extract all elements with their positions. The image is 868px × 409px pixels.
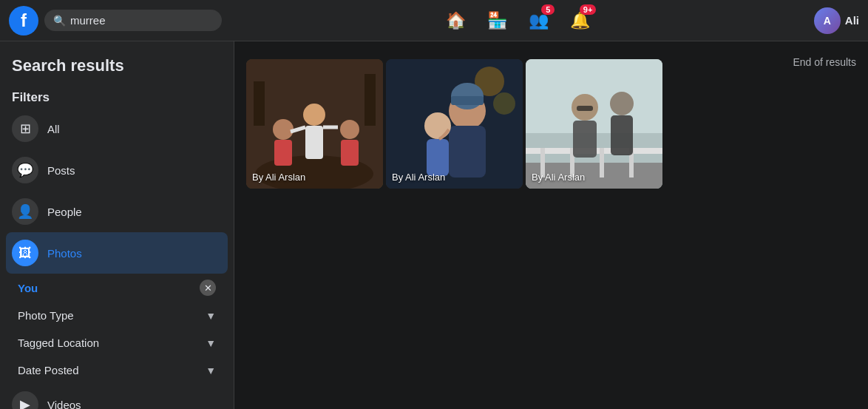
notifications-nav-button[interactable]: 🔔 9+ [562,3,597,38]
topnav: f 🔍 🏠 🏪 👥 5 🔔 9+ A Ali [0,0,868,41]
sidebar-item-photos[interactable]: 🖼 Photos [6,232,228,274]
people-icon: 👤 [12,198,38,225]
filters-label: Filters [6,84,228,108]
chevron-down-icon: ▼ [206,337,216,349]
photo-image [386,59,523,189]
you-filter-row[interactable]: You ✕ [6,274,228,302]
sidebar-item-label: People [47,206,222,218]
date-posted-label: Date Posted [18,364,79,376]
search-input[interactable] [70,14,213,27]
chevron-down-icon: ▼ [206,310,216,322]
end-results-label: End of results [793,56,856,68]
photo-card[interactable]: By Ali Arslan [526,59,662,189]
sidebar-item-videos[interactable]: ▶ Videos [6,384,228,409]
you-filter-close-button[interactable]: ✕ [200,280,216,296]
friends-badge: 5 [541,4,555,15]
photo-attribution: By Ali Arslan [532,172,585,183]
home-icon: 🏠 [446,11,466,30]
search-icon: 🔍 [53,15,66,27]
sidebar-item-people[interactable]: 👤 People [6,191,228,232]
posts-icon: 💬 [12,157,38,183]
sidebar-item-label: Photos [47,247,222,260]
sidebar-item-label: Videos [47,399,222,410]
main-content: End of results [234,41,868,409]
you-filter-label: You [18,282,38,294]
svg-point-4 [303,104,325,126]
home-nav-button[interactable]: 🏠 [438,3,473,38]
photo-card[interactable]: By Ali Arslan [246,59,383,189]
page-title: Search results [6,53,228,84]
sidebar-item-label: All [47,123,222,135]
svg-point-19 [424,112,451,139]
svg-rect-20 [427,139,449,176]
topnav-left: f 🔍 [9,6,222,36]
videos-icon: ▶ [12,391,38,409]
date-posted-filter[interactable]: Date Posted ▼ [6,356,228,384]
svg-rect-5 [305,126,323,159]
photo-card[interactable]: By Ali Arslan [386,59,523,189]
facebook-logo[interactable]: f [9,6,38,36]
notifications-badge: 9+ [580,4,597,15]
sidebar-item-label: Posts [47,164,222,177]
svg-rect-18 [449,126,486,178]
svg-point-31 [610,92,634,115]
svg-rect-32 [611,115,633,155]
photo-attribution: By Ali Arslan [392,172,445,183]
sidebar: Search results Filters ⊞ All 💬 Posts 👤 P… [0,41,234,409]
topnav-right: A Ali [814,7,859,34]
tagged-location-label: Tagged Location [18,337,99,349]
svg-rect-30 [573,121,597,158]
svg-rect-17 [451,96,484,105]
photos-grid: By Ali Arslan [246,59,856,189]
avatar: A [814,7,841,34]
photo-image [526,59,662,189]
marketplace-icon: 🏪 [487,11,507,30]
search-box[interactable]: 🔍 [44,10,222,31]
layout: Search results Filters ⊞ All 💬 Posts 👤 P… [0,41,868,409]
photos-icon: 🖼 [12,240,38,266]
user-name-label: Ali [845,14,859,27]
photo-attribution: By Ali Arslan [252,172,305,183]
svg-point-2 [273,119,294,140]
svg-rect-3 [274,140,292,166]
svg-rect-11 [365,74,376,126]
topnav-center: 🏠 🏪 👥 5 🔔 9+ [438,3,597,38]
photo-type-filter[interactable]: Photo Type ▼ [6,302,228,329]
svg-point-14 [493,92,515,115]
friends-nav-button[interactable]: 👥 5 [521,3,556,38]
svg-rect-33 [577,106,593,111]
photo-image [246,59,383,189]
sidebar-item-all[interactable]: ⊞ All [6,108,228,149]
tagged-location-filter[interactable]: Tagged Location ▼ [6,329,228,356]
sidebar-item-posts[interactable]: 💬 Posts [6,149,228,191]
user-menu-button[interactable]: A Ali [814,7,859,34]
marketplace-nav-button[interactable]: 🏪 [479,3,515,38]
chevron-down-icon: ▼ [206,365,216,376]
all-icon: ⊞ [12,115,38,142]
svg-rect-7 [341,140,359,166]
svg-rect-27 [600,148,604,178]
svg-rect-10 [254,81,265,126]
svg-point-6 [340,120,359,139]
photo-type-label: Photo Type [18,309,74,322]
